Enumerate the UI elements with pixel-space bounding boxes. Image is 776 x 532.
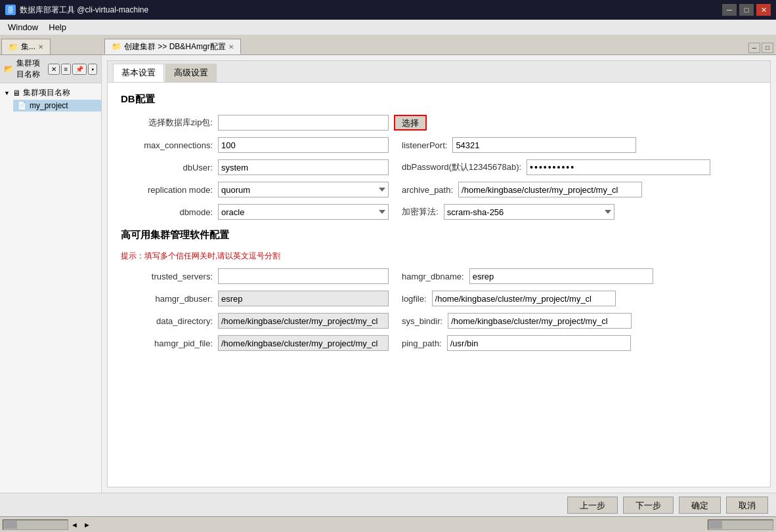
tab-dbconfig-close[interactable]: ✕ xyxy=(228,43,234,51)
maximize-button[interactable]: □ xyxy=(739,4,754,16)
tab-dbconfig-icon: 📁 xyxy=(112,42,121,51)
tab-advanced-label: 高级设置 xyxy=(174,68,208,77)
tree-child: 📄 my_project xyxy=(0,100,101,112)
ping-path-col: ping_path: xyxy=(402,335,631,351)
dbmode-label: dbmode: xyxy=(121,207,213,217)
encryption-select-wrapper: scram-sha-256 md5 none xyxy=(444,204,614,220)
sidebar-header-label: 集群项目名称 xyxy=(16,58,48,80)
tab-dbconfig[interactable]: 📁 创建集群 >> DB&HAmgr配置 ✕ xyxy=(104,39,241,54)
tree-arrow: ▼ xyxy=(4,90,10,96)
encryption-col: 加密算法: scram-sha-256 md5 none xyxy=(402,204,614,220)
hamgr-dbname-input[interactable] xyxy=(469,268,653,284)
dbpassword-col: dbPassword(默认12345678ab): xyxy=(402,159,710,175)
tab-cluster-close[interactable]: ✕ xyxy=(38,43,43,51)
listener-port-input[interactable] xyxy=(452,137,636,153)
hamgr-dbname-col: hamgr_dbname: xyxy=(402,268,653,284)
hamgr-pid-label: hamgr_pid_file: xyxy=(121,338,213,348)
minimize-button[interactable]: ─ xyxy=(722,4,737,16)
trusted-servers-input[interactable] xyxy=(218,268,389,284)
dbmode-select[interactable]: oracle pg mysql xyxy=(218,204,389,220)
sidebar-header-icons[interactable]: ✕ ≡ 📌 ▪ xyxy=(48,64,97,75)
form-row-dbmode: dbmode: oracle pg mysql 加密算法: xyxy=(121,204,757,220)
bottom-bar: 上一步 下一步 确定 取消 xyxy=(0,493,776,516)
statusbar-right-arrow[interactable]: ► xyxy=(83,521,91,529)
sidebar-project-item[interactable]: 📄 my_project xyxy=(13,100,101,112)
prev-button[interactable]: 上一步 xyxy=(567,497,618,514)
hamgr-pid-input[interactable] xyxy=(218,335,389,351)
tree-root[interactable]: ▼ 🖥 集群项目名称 xyxy=(0,86,101,100)
dbuser-label: dbUser: xyxy=(121,163,213,173)
listener-port-col: listenerPort: xyxy=(402,137,636,153)
hamgr-pid-col: hamgr_pid_file: xyxy=(121,335,389,351)
max-conn-col: max_connections: xyxy=(121,137,389,153)
select-zip-button[interactable]: 选择 xyxy=(394,115,427,131)
tab-basic-label: 基本设置 xyxy=(121,68,156,77)
sys-bindir-input[interactable] xyxy=(448,313,632,329)
form-row-data-dir: data_directory: sys_bindir: xyxy=(121,313,757,329)
archive-path-col: archive_path: xyxy=(402,182,642,197)
menu-window[interactable]: Window xyxy=(3,21,43,33)
tab-cluster-icon: 📁 xyxy=(9,43,18,52)
sidebar-pin-btn[interactable]: 📌 xyxy=(72,64,87,75)
tab-advanced-settings[interactable]: 高级设置 xyxy=(165,64,217,82)
statusbar: ◄ ► xyxy=(0,516,776,532)
panel-content: DB配置 选择数据库zip包: 选择 max_connections: list… xyxy=(108,83,770,487)
ping-path-label: ping_path: xyxy=(402,338,442,348)
form-row-replication: replication mode: quorum sync async arch… xyxy=(121,182,757,197)
dbuser-input[interactable] xyxy=(218,159,389,175)
form-row-pid: hamgr_pid_file: ping_path: xyxy=(121,335,757,351)
menu-help[interactable]: Help xyxy=(43,21,72,33)
form-row-zip: 选择数据库zip包: 选择 xyxy=(121,115,757,131)
form-row-hamgr-user: hamgr_dbuser: logfile: xyxy=(121,291,757,306)
statusbar-scroll-left[interactable] xyxy=(3,520,68,530)
db-section-title: DB配置 xyxy=(121,93,757,106)
ping-path-input[interactable] xyxy=(447,335,631,351)
titlebar-left: 🗄 数据库部署工具 @cli-virtual-machine xyxy=(5,5,148,16)
statusbar-scroll-right[interactable] xyxy=(708,520,773,530)
replication-select[interactable]: quorum sync async xyxy=(218,182,389,197)
logfile-col: logfile: xyxy=(402,291,616,306)
hamgr-dbuser-col: hamgr_dbuser: xyxy=(121,291,389,306)
form-row-trusted: trusted_servers: hamgr_dbname: xyxy=(121,268,757,284)
ha-hint: 提示：填写多个信任网关时,请以英文逗号分割 xyxy=(121,251,757,262)
tab-dbconfig-label: 创建集群 >> DB&HAmgr配置 xyxy=(124,41,226,52)
statusbar-left-arrow[interactable]: ◄ xyxy=(71,521,78,529)
sidebar-menu-btn[interactable]: ≡ xyxy=(61,64,72,75)
ok-button[interactable]: 确定 xyxy=(679,497,721,514)
replication-select-wrapper: quorum sync async xyxy=(218,182,389,197)
ha-section-title: 高可用集群管理软件配置 xyxy=(121,229,757,241)
dbpassword-label: dbPassword(默认12345678ab): xyxy=(402,161,521,173)
dbpassword-input[interactable] xyxy=(527,159,710,175)
logfile-input[interactable] xyxy=(432,291,616,306)
titlebar-title: 数据库部署工具 @cli-virtual-machine xyxy=(20,5,148,16)
tab-basic-settings[interactable]: 基本设置 xyxy=(113,64,164,82)
data-dir-input[interactable] xyxy=(218,313,389,329)
listener-port-label: listenerPort: xyxy=(402,140,447,150)
project-label: my_project xyxy=(30,101,68,110)
next-button[interactable]: 下一步 xyxy=(623,497,674,514)
tab-cluster[interactable]: 📁 集... ✕ xyxy=(1,39,51,54)
max-conn-input[interactable] xyxy=(218,137,389,153)
logfile-label: logfile: xyxy=(402,294,427,304)
titlebar-controls[interactable]: ─ □ ✕ xyxy=(722,4,771,16)
hamgr-dbuser-input[interactable] xyxy=(218,291,389,306)
select-zip-input[interactable] xyxy=(218,115,389,131)
close-button[interactable]: ✕ xyxy=(756,4,771,16)
sidebar-collapse-btn[interactable]: ✕ xyxy=(48,64,60,75)
statusbar-thumb-right xyxy=(709,521,722,529)
archive-path-input[interactable] xyxy=(458,182,642,197)
hamgr-dbname-label: hamgr_dbname: xyxy=(402,272,464,281)
archive-path-label: archive_path: xyxy=(402,185,453,195)
select-zip-label: 选择数据库zip包: xyxy=(121,117,213,129)
sidebar-expand-btn[interactable]: ▪ xyxy=(88,64,97,75)
encryption-select[interactable]: scram-sha-256 md5 none xyxy=(444,204,614,220)
replication-col: replication mode: quorum sync async xyxy=(121,182,389,197)
encryption-label: 加密算法: xyxy=(402,206,439,218)
tab-maximize-btn[interactable]: □ xyxy=(762,43,773,53)
tab-minimize-btn[interactable]: ─ xyxy=(748,43,760,53)
cancel-button[interactable]: 取消 xyxy=(726,497,768,514)
app-icon: 🗄 xyxy=(5,5,16,15)
max-conn-label: max_connections: xyxy=(121,140,213,150)
sidebar-header: 📂 集群项目名称 ✕ ≡ 📌 ▪ xyxy=(0,55,101,83)
sidebar-tree: ▼ 🖥 集群项目名称 📄 my_project xyxy=(0,83,101,114)
